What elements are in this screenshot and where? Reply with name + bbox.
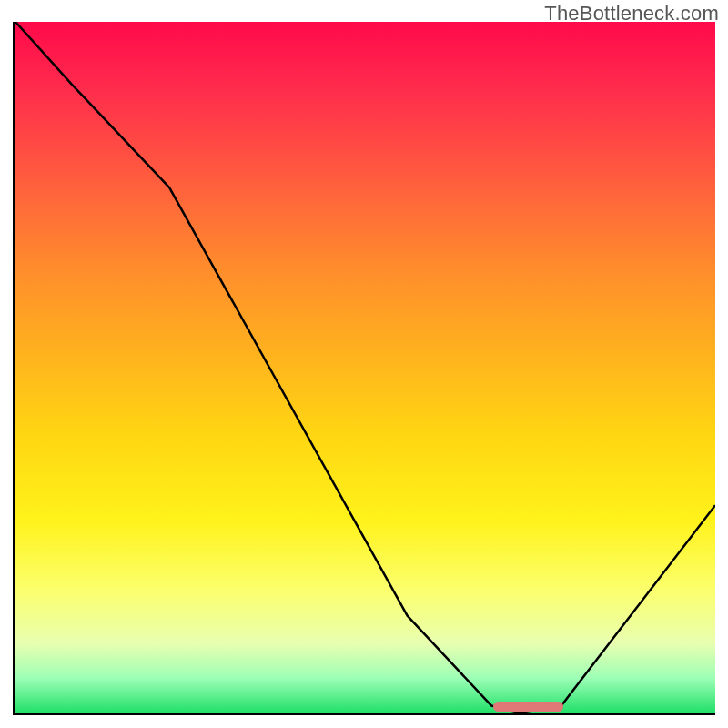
plot-area — [13, 22, 715, 715]
curve-line — [15, 22, 715, 713]
optimum-marker — [493, 702, 563, 712]
chart-frame: TheBottleneck.com — [0, 0, 728, 728]
curve-svg — [15, 22, 715, 713]
